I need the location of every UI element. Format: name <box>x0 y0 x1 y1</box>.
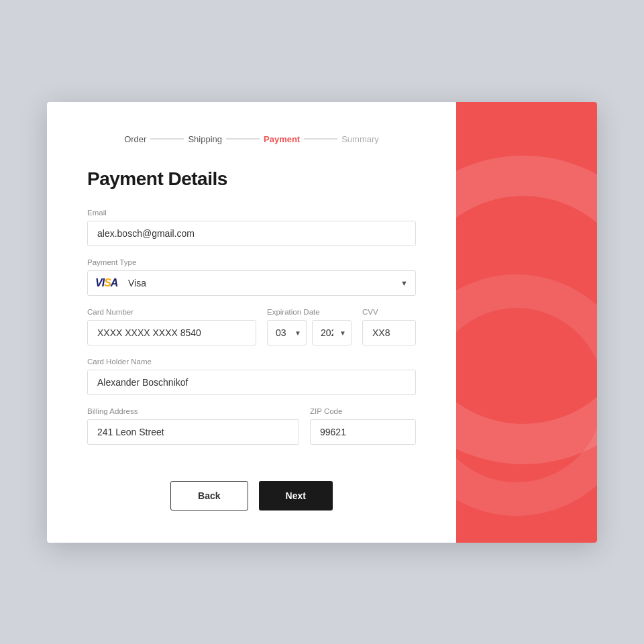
page-title: Payment Details <box>87 168 416 190</box>
payment-select-wrapper: VISA Visa Mastercard American Express Pa… <box>87 270 416 296</box>
step-summary-label: Summary <box>341 134 379 144</box>
step-line-2 <box>226 138 260 140</box>
expiry-month-wrapper: 01020304 05060708 09101112 ▼ <box>267 320 307 345</box>
card-expiry-cvv-row: Card Number Expiration Date 01020304 050… <box>87 308 416 358</box>
email-label: Email <box>87 209 416 217</box>
decorative-panel <box>456 102 597 543</box>
cvv-field[interactable] <box>362 320 416 345</box>
card-holder-group: Card Holder Name <box>87 358 416 395</box>
billing-address-label: Billing Address <box>87 407 299 415</box>
step-order-label: Order <box>124 134 146 144</box>
email-group: Email <box>87 209 416 246</box>
step-payment: Payment <box>264 134 300 144</box>
billing-zip-row: Billing Address ZIP Code <box>87 407 416 457</box>
payment-type-select[interactable]: Visa Mastercard American Express PayPal <box>87 270 416 296</box>
payment-card: Order Shipping Payment Summary Payment D… <box>47 102 597 543</box>
expiry-group: Expiration Date 01020304 05060708 091011… <box>267 308 352 345</box>
steps-nav: Order Shipping Payment Summary <box>87 134 416 144</box>
expiry-label: Expiration Date <box>267 308 352 316</box>
billing-address-field[interactable] <box>87 419 299 445</box>
email-field[interactable] <box>87 221 416 246</box>
zip-field[interactable] <box>310 419 416 445</box>
step-summary: Summary <box>341 134 379 144</box>
zip-group: ZIP Code <box>310 407 416 445</box>
cvv-group: CVV <box>362 308 416 345</box>
payment-type-group: Payment Type VISA Visa Mastercard Americ… <box>87 258 416 296</box>
back-button[interactable]: Back <box>170 481 248 511</box>
step-shipping: Shipping <box>188 134 222 144</box>
expiry-year-select[interactable]: 20232024202520262027 <box>312 320 352 345</box>
expiry-month-select[interactable]: 01020304 05060708 09101112 <box>267 320 307 345</box>
step-order: Order <box>124 134 146 144</box>
card-number-field[interactable] <box>87 320 256 345</box>
zip-label: ZIP Code <box>310 407 416 415</box>
card-number-label: Card Number <box>87 308 256 316</box>
payment-type-label: Payment Type <box>87 258 416 266</box>
button-row: Back Next <box>87 481 416 511</box>
step-line-1 <box>150 138 184 140</box>
form-section: Order Shipping Payment Summary Payment D… <box>47 102 456 543</box>
step-payment-label: Payment <box>264 134 300 144</box>
card-holder-label: Card Holder Name <box>87 358 416 366</box>
next-button[interactable]: Next <box>259 481 333 511</box>
step-shipping-label: Shipping <box>188 134 222 144</box>
expiry-year-wrapper: 20232024202520262027 ▼ <box>312 320 352 345</box>
cvv-label: CVV <box>362 308 416 316</box>
card-number-group: Card Number <box>87 308 256 345</box>
expiry-row: 01020304 05060708 09101112 ▼ 20232024202… <box>267 320 352 345</box>
billing-address-group: Billing Address <box>87 407 299 445</box>
card-holder-field[interactable] <box>87 370 416 395</box>
step-line-3 <box>304 138 337 140</box>
